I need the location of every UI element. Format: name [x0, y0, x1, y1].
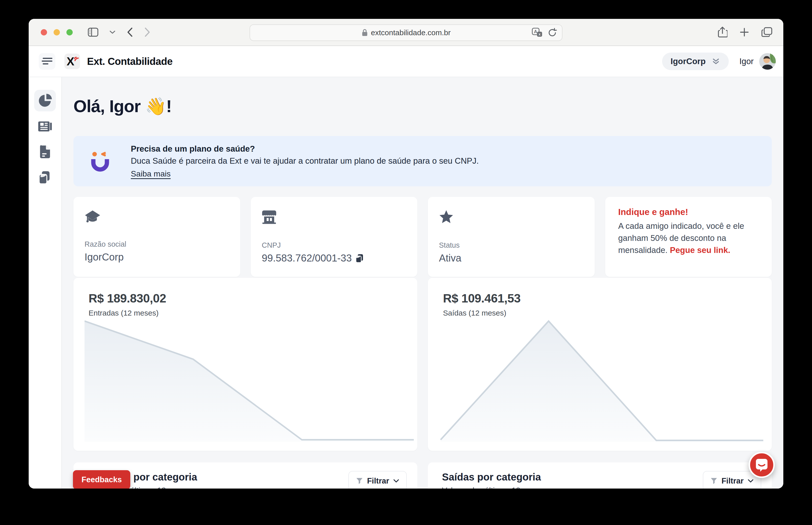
referral-link[interactable]: Pegue seu link. — [670, 245, 730, 255]
lock-icon — [361, 29, 368, 37]
company-name-value: IgorCorp — [85, 252, 229, 263]
banner-title: Precisa de um plano de saúde? — [131, 144, 479, 154]
card-label: Razão social — [85, 240, 229, 249]
sidebar-item-dashboard[interactable] — [34, 90, 56, 111]
user-name: Igor — [739, 57, 754, 66]
sidebar-toggle-icon[interactable] — [88, 28, 98, 37]
chat-bubble-icon — [755, 458, 768, 472]
menu-button[interactable] — [39, 53, 55, 70]
filter-button[interactable]: Filtrar — [349, 471, 407, 489]
url-text: extcontabilidade.com.br — [371, 28, 451, 37]
star-icon — [439, 210, 454, 224]
banner-body: Duca Saúde é parceira da Ext e vai te aj… — [131, 156, 479, 166]
avatar[interactable] — [759, 53, 776, 70]
referral-body: A cada amigo indicado, você e ele ganham… — [618, 220, 759, 256]
entradas-chart-card: R$ 189.830,02 Entradas (12 meses) — [73, 278, 417, 451]
company-name-card: Razão social IgorCorp — [73, 197, 240, 277]
browser-toolbar: extcontabilidade.com.br Ax — [29, 19, 783, 46]
double-chevron-down-icon — [712, 57, 720, 65]
window-controls — [41, 29, 73, 35]
company-selector-label: IgorCorp — [670, 57, 706, 66]
saidas-total: R$ 109.461,53 — [443, 291, 772, 305]
share-icon[interactable] — [718, 26, 727, 38]
toolbar-chevron-down-icon[interactable] — [109, 30, 116, 34]
app-logo: X — [64, 54, 80, 69]
newspaper-icon — [38, 120, 52, 132]
saidas-label: Saídas (12 meses) — [443, 309, 772, 317]
main-content: Olá, Igor 👋! Precisa de um plano de saúd… — [62, 77, 783, 489]
app-header: X Ext. Contabilidade IgorCorp Igor — [29, 46, 783, 77]
browser-window: extcontabilidade.com.br Ax — [29, 19, 783, 489]
svg-text:A: A — [534, 29, 537, 34]
entradas-label: Entradas (12 meses) — [89, 309, 417, 317]
close-window-button[interactable] — [41, 29, 47, 35]
new-tab-plus-icon[interactable] — [740, 27, 749, 37]
document-icon — [40, 145, 50, 159]
hamburger-icon — [41, 57, 53, 65]
copies-icon — [39, 171, 51, 184]
company-selector[interactable]: IgorCorp — [662, 52, 729, 70]
funnel-icon — [356, 478, 363, 484]
chevron-down-icon — [393, 479, 399, 483]
chevron-down-icon — [748, 479, 754, 483]
svg-text:x: x — [538, 32, 541, 36]
forward-icon[interactable] — [144, 27, 151, 37]
ext-logo-icon: X — [65, 55, 79, 68]
sidebar-item-copies[interactable] — [34, 167, 56, 188]
health-plan-banner: Precisa de um plano de saúde? Duca Saúde… — [73, 136, 772, 186]
sidebar-item-news[interactable] — [34, 116, 56, 137]
card-label: CNPJ — [262, 241, 407, 250]
status-card: Status Ativa — [428, 197, 595, 277]
funnel-icon — [710, 478, 718, 484]
sidebar-item-documents[interactable] — [34, 141, 56, 163]
saidas-categoria-card: Saídas por categoria Valores dos últimos… — [428, 462, 772, 489]
page-greeting: Olá, Igor 👋! — [73, 96, 772, 116]
cnpj-card: CNPJ 99.583.762/0001-33 — [251, 197, 417, 277]
status-value: Ativa — [439, 252, 584, 264]
cnpj-value: 99.583.762/0001-33 — [262, 252, 352, 264]
reload-icon[interactable] — [548, 28, 557, 38]
chat-launcher-button[interactable] — [749, 452, 775, 478]
saidas-chart-card: R$ 109.461,53 Saídas (12 meses) — [428, 278, 772, 451]
referral-title: Indique e ganhe! — [618, 207, 759, 217]
saidas-area-chart — [439, 318, 768, 442]
banner-link[interactable]: Saiba mais — [131, 169, 171, 179]
entradas-total: R$ 189.830,02 — [89, 291, 417, 305]
pie-chart-icon — [38, 93, 52, 108]
zoom-window-button[interactable] — [67, 29, 73, 35]
translate-icon[interactable]: Ax — [532, 28, 543, 38]
feedbacks-button[interactable]: Feedbacks — [73, 470, 130, 489]
card-label: Status — [439, 241, 584, 250]
svg-text:X: X — [67, 55, 74, 68]
entradas-area-chart — [85, 318, 414, 442]
copy-icon[interactable] — [355, 254, 364, 263]
duca-saude-logo-icon — [87, 149, 115, 174]
referral-card: Indique e ganhe! A cada amigo indicado, … — [605, 197, 772, 277]
url-bar[interactable]: extcontabilidade.com.br Ax — [250, 25, 562, 41]
graduation-cap-icon — [85, 210, 101, 223]
minimize-window-button[interactable] — [54, 29, 60, 35]
tabs-overview-icon[interactable] — [761, 27, 773, 38]
back-icon[interactable] — [127, 27, 133, 37]
app-title: Ext. Contabilidade — [87, 56, 173, 67]
sidebar — [29, 77, 62, 489]
storefront-icon — [262, 210, 277, 224]
